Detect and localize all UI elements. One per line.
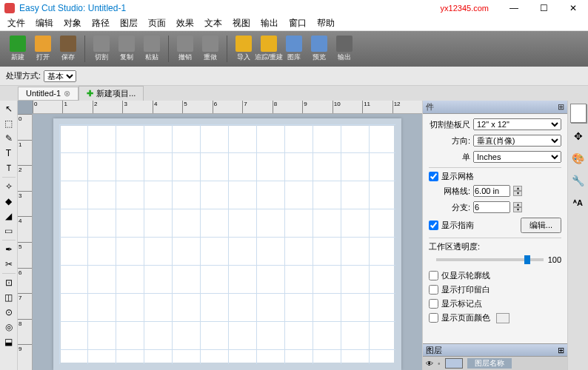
text-aa-icon[interactable]: ᴬA (569, 194, 587, 212)
toolbar-打开[interactable]: 打开 (31, 33, 55, 64)
menu-窗口[interactable]: 窗口 (284, 16, 311, 30)
text-tool[interactable]: T (1, 147, 16, 160)
subdiv-spinner[interactable]: ▴▾ (513, 202, 522, 212)
toolbar-icon (286, 36, 302, 52)
gradient-tool[interactable]: ◢ (1, 209, 16, 223)
orientation-label: 方向: (429, 135, 470, 147)
toolbar-label: 撤销 (178, 53, 192, 62)
toolbar-label: 重做 (204, 53, 217, 62)
shape-tool[interactable]: ✧ (1, 180, 16, 193)
show-bleed-label: 显示打印留白 (441, 284, 490, 295)
node-tool[interactable]: ⬚ (1, 117, 16, 130)
knife-tool[interactable]: ✂ (1, 258, 16, 271)
opacity-slider[interactable] (436, 258, 544, 261)
show-marks-checkbox[interactable] (429, 299, 438, 309)
layers-header: 图层 (426, 345, 442, 356)
show-grid-label: 显示网格 (441, 171, 474, 182)
menu-编辑[interactable]: 编辑 (31, 16, 58, 30)
toolbar-label: 输出 (338, 53, 351, 62)
document-icon[interactable] (570, 104, 587, 123)
show-pagecolor-label: 显示页面颜色 (441, 312, 490, 323)
eraser-tool[interactable]: ◆ (1, 195, 16, 208)
menu-文本[interactable]: 文本 (200, 16, 227, 30)
new-project-label: 新建项目... (96, 88, 136, 99)
toolbar-输出[interactable]: 输出 (333, 33, 356, 64)
subdiv-label: 分支: (429, 202, 470, 213)
toolbar-预览[interactable]: 预览 (307, 33, 331, 64)
subdiv-input[interactable] (473, 201, 510, 213)
mat-size-select[interactable]: 12" x 12" (473, 118, 561, 130)
menu-页面[interactable]: 页面 (144, 16, 170, 30)
toolbar-icon (311, 36, 327, 52)
toolbar-粘贴[interactable]: 粘贴 (140, 33, 164, 64)
show-pagecolor-checkbox[interactable] (429, 313, 438, 323)
toolbar-切割[interactable]: 切割 (90, 33, 113, 64)
edit-guides-button[interactable]: 编辑... (521, 218, 561, 233)
menu-输出[interactable]: 输出 (256, 16, 283, 30)
unit-label: 单 (429, 152, 470, 163)
fill-tool[interactable]: ▭ (1, 224, 16, 238)
vertical-text-tool[interactable]: Ｔ (1, 161, 16, 175)
show-outline-checkbox[interactable] (429, 271, 438, 280)
menu-路径[interactable]: 路径 (87, 16, 114, 30)
menu-对象[interactable]: 对象 (59, 16, 86, 30)
show-bleed-checkbox[interactable] (429, 285, 438, 295)
close-tab-icon[interactable]: ⊗ (64, 89, 70, 98)
plus-icon: ✚ (87, 89, 93, 98)
menu-效果[interactable]: 效果 (172, 16, 198, 30)
spiral-tool[interactable]: ⊙ (1, 306, 16, 319)
toolbar-新建[interactable]: 新建 (6, 33, 30, 64)
toolbar-label: 导入 (237, 53, 250, 62)
layer-visibility-icon[interactable]: 👁 (426, 360, 433, 368)
toolbar-label: 复制 (120, 53, 133, 62)
watermark: yx12345.com (441, 4, 489, 13)
document-tab[interactable]: Untitled-1 ⊗ (18, 87, 78, 101)
toolbar-追踪/重建[interactable]: 追踪/重建 (257, 33, 281, 64)
toolbar-icon (261, 36, 277, 52)
toolbar-保存[interactable]: 保存 (56, 33, 80, 64)
maximize-button[interactable]: ☐ (533, 3, 554, 13)
gridline-spinner[interactable]: ▴▾ (513, 186, 522, 196)
menu-文件[interactable]: 文件 (3, 16, 30, 30)
cutting-mat[interactable] (53, 118, 401, 370)
close-button[interactable]: ✕ (563, 3, 584, 13)
pencil-tool[interactable]: ✎ (1, 132, 16, 145)
toolbar-icon (60, 36, 76, 52)
show-guides-label: 显示指南 (441, 220, 518, 231)
show-grid-checkbox[interactable] (429, 172, 438, 181)
show-marks-label: 显示标记点 (441, 298, 482, 309)
pen-tool[interactable]: ✒ (1, 243, 16, 256)
move-tool-icon[interactable]: ✥ (569, 127, 587, 145)
crop-tool[interactable]: ◫ (1, 291, 16, 304)
toolbar-icon (93, 36, 110, 52)
distort-tool[interactable]: ⊡ (1, 276, 16, 289)
show-guides-checkbox[interactable] (429, 221, 438, 230)
toolbar-label: 追踪/重建 (255, 53, 284, 62)
select-tool[interactable]: ↖ (1, 102, 16, 115)
toolbar-导入[interactable]: 导入 (232, 33, 255, 64)
orientation-select[interactable]: 垂直(肖像) (473, 135, 561, 147)
pagecolor-swatch[interactable] (496, 313, 510, 323)
new-project-tab[interactable]: ✚ 新建项目... (78, 86, 144, 101)
menu-视图[interactable]: 视图 (228, 16, 255, 30)
layers-collapse-icon[interactable]: ⊞ (558, 346, 564, 355)
canvas[interactable] (33, 114, 422, 370)
menu-图层[interactable]: 图层 (116, 16, 142, 30)
panel-collapse-icon[interactable]: ⊞ (558, 102, 564, 112)
circle-tool[interactable]: ◎ (1, 320, 16, 334)
toolbar-label: 预览 (313, 53, 326, 62)
toolbar-复制[interactable]: 复制 (115, 33, 138, 64)
minimize-button[interactable]: — (504, 3, 524, 13)
gridline-input[interactable] (473, 185, 510, 197)
palette-icon[interactable]: 🎨 (569, 149, 587, 167)
toolbar-label: 粘贴 (145, 53, 158, 62)
processing-select[interactable]: 基本 (44, 70, 76, 82)
toolbar-图库[interactable]: 图库 (282, 33, 306, 64)
mirror-tool[interactable]: ⬓ (1, 335, 16, 349)
wrench-icon[interactable]: 🔧 (569, 172, 587, 189)
layer-thumbnail[interactable] (445, 358, 463, 369)
toolbar-重做[interactable]: 重做 (198, 33, 222, 64)
unit-select[interactable]: Inches (473, 151, 561, 163)
toolbar-撤销[interactable]: 撤销 (173, 33, 197, 64)
menu-帮助[interactable]: 帮助 (313, 16, 339, 30)
